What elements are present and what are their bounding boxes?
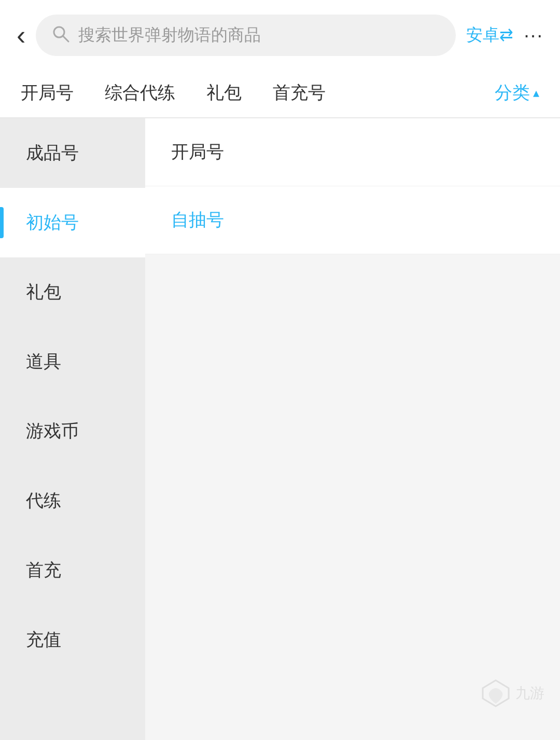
classify-label: 分类 [495, 81, 530, 105]
search-icon [51, 24, 70, 46]
classify-button[interactable]: 分类 ▴ [495, 81, 539, 105]
header-right: 安卓⇄ ··· [466, 24, 543, 47]
right-item-zichouhao[interactable]: 自抽号 [145, 186, 560, 254]
sidebar-item-daoju[interactable]: 道具 [0, 327, 145, 396]
right-panel: 开局号 自抽号 [145, 118, 560, 740]
sidebar-item-dailain[interactable]: 代练 [0, 466, 145, 536]
content-area: 成品号 初始号 礼包 道具 游戏币 代练 首充 充值 开局号 自抽号 [0, 118, 560, 740]
tab-zonghe[interactable]: 综合代练 [105, 68, 175, 117]
tab-shouchonghao[interactable]: 首充号 [273, 68, 326, 117]
search-bar[interactable]: 搜索世界弹射物语的商品 [36, 15, 456, 56]
sidebar-item-youxibi[interactable]: 游戏币 [0, 396, 145, 466]
right-item-kaijuhao[interactable]: 开局号 [145, 118, 560, 186]
tab-kaijuhao[interactable]: 开局号 [21, 68, 74, 117]
back-button[interactable]: ‹ [17, 22, 25, 49]
tab-libao[interactable]: 礼包 [206, 68, 242, 117]
search-placeholder-text: 搜索世界弹射物语的商品 [78, 24, 261, 47]
sidebar-item-shouchong[interactable]: 首充 [0, 536, 145, 605]
classify-arrow-icon: ▴ [533, 86, 539, 100]
tab-bar: 开局号 综合代练 礼包 首充号 分类 ▴ [0, 68, 560, 118]
sidebar-item-chongzhi[interactable]: 充值 [0, 605, 145, 675]
sidebar-item-chushihao[interactable]: 初始号 [0, 188, 145, 257]
sidebar-item-chengpinhao[interactable]: 成品号 [0, 118, 145, 188]
sidebar-item-libao[interactable]: 礼包 [0, 257, 145, 327]
sidebar: 成品号 初始号 礼包 道具 游戏币 代练 首充 充值 [0, 118, 145, 740]
more-button[interactable]: ··· [524, 24, 543, 47]
android-platform-label[interactable]: 安卓⇄ [466, 24, 513, 47]
svg-line-1 [63, 36, 68, 42]
header: ‹ 搜索世界弹射物语的商品 安卓⇄ ··· [0, 0, 560, 68]
